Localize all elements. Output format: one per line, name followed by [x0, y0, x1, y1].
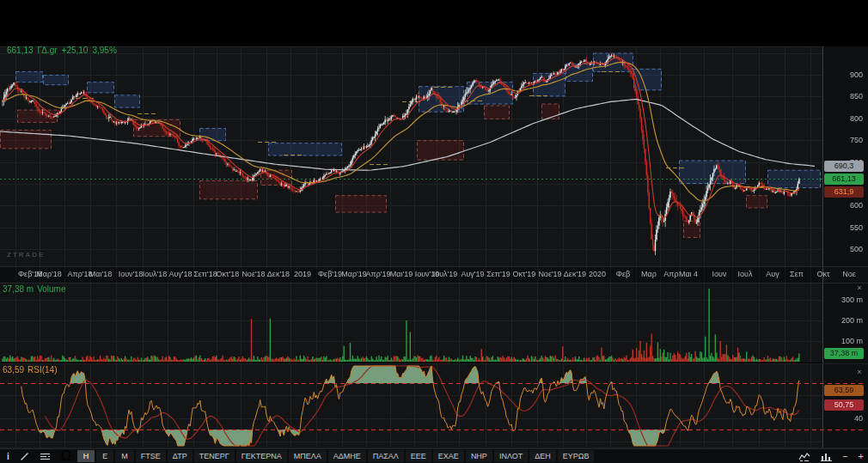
symbol-ΙΝΛΟΤ[interactable]: ΙΝΛΟΤ: [494, 450, 528, 462]
symbol-ΑΔΜΗΕ[interactable]: ΑΔΜΗΕ: [328, 450, 366, 462]
omega-icon[interactable]: Ω: [57, 450, 76, 462]
volume-label: Volume: [37, 284, 65, 294]
last-price: 661,13: [7, 46, 34, 55]
price-axis-tick: 850: [822, 92, 863, 101]
rsi-panel-close-icon[interactable]: ×: [854, 368, 865, 376]
price-axis-tick: 550: [822, 223, 863, 232]
timeframe-Μ[interactable]: Μ: [115, 450, 134, 462]
volume-legend: 37,38 mVolume: [3, 284, 70, 294]
time-axis-label: Νοε: [823, 270, 868, 278]
volume-axis-tick: 100 m: [822, 337, 863, 345]
price-axis-tick: 750: [822, 136, 863, 144]
symbol-ΔΕΗ[interactable]: ΔΕΗ: [529, 450, 556, 462]
symbol-FTSE[interactable]: FTSE: [136, 450, 166, 462]
bottom-toolbar: iΩΗΕΜFTSEΔΤΡΤΕΝΕΡΓΓΕΚΤΕΡΝΑΜΠΕΛΑΑΔΜΗΕΠΑΣΑ…: [0, 448, 868, 463]
info-icon[interactable]: i: [3, 450, 14, 462]
volume-badge: 37,38 m: [824, 348, 864, 359]
volume-panel-close-icon[interactable]: ×: [854, 283, 865, 292]
volume-value: 37,38 m: [3, 284, 34, 294]
symbol-ΠΑΣΑΛ[interactable]: ΠΑΣΑΛ: [368, 450, 404, 462]
rsi-value: 63,59: [3, 365, 24, 375]
symbol-ΤΕΝΕΡΓ[interactable]: ΤΕΝΕΡΓ: [194, 450, 235, 462]
price-badge-ma: 631,9: [824, 186, 864, 198]
rsi-badge-rsi: 63,59: [824, 385, 864, 396]
price-axis-tick: 500: [822, 245, 863, 253]
symbol-name: ΓΔ.gr: [38, 46, 58, 55]
zoom-in-icon[interactable]: +: [857, 450, 865, 462]
chart-controls: −+: [797, 450, 865, 462]
price-axis-tick: 600: [822, 201, 863, 210]
chart-canvas[interactable]: [0, 0, 868, 463]
symbol-ΕΕΕ[interactable]: ΕΕΕ: [406, 450, 431, 462]
draw-line-icon[interactable]: [15, 450, 34, 462]
price-change: +25,10: [62, 46, 89, 55]
ztrade-watermark: ZTRADE: [7, 251, 45, 259]
volume-axis-tick: 300 m: [822, 295, 863, 304]
rsi-badge-signal: 50,75: [824, 399, 864, 411]
symbol-ΕΧΑΕ[interactable]: ΕΧΑΕ: [433, 450, 464, 462]
timeframe-Η[interactable]: Η: [77, 450, 95, 462]
symbol-ΕΥΡΩΒ[interactable]: ΕΥΡΩΒ: [558, 450, 595, 462]
zoom-out-icon[interactable]: −: [840, 450, 849, 462]
price-badge-sma: 690,3: [824, 161, 864, 172]
trading-app-window: 661,13ΓΔ.gr+25,103,95% 37,38 mVolume 63,…: [0, 0, 868, 463]
line-chart-icon[interactable]: [797, 450, 812, 462]
symbol-ΜΠΕΛΑ[interactable]: ΜΠΕΛΑ: [289, 450, 327, 462]
rsi-label: RSI(14): [28, 365, 57, 375]
price-badge-last: 661,13: [824, 174, 864, 185]
rsi-legend: 63,59RSI(14): [3, 365, 60, 375]
main-chart-legend: 661,13ΓΔ.gr+25,103,95%: [7, 46, 121, 55]
symbol-ΝΗΡ[interactable]: ΝΗΡ: [466, 450, 492, 462]
bar-chart-icon[interactable]: [819, 450, 834, 462]
symbol-ΔΤΡ[interactable]: ΔΤΡ: [168, 450, 193, 462]
symbol-ΓΕΚΤΕΡΝΑ[interactable]: ΓΕΚΤΕΡΝΑ: [236, 450, 287, 462]
price-axis-tick: 800: [822, 114, 863, 123]
price-axis-tick: 900: [822, 70, 863, 79]
timeframe-Ε[interactable]: Ε: [96, 450, 113, 462]
price-change-pct: 3,95%: [92, 46, 116, 55]
indicators-icon[interactable]: [35, 450, 55, 462]
rsi-axis-tick: 40: [822, 414, 863, 423]
volume-axis-tick: 200 m: [822, 316, 863, 325]
